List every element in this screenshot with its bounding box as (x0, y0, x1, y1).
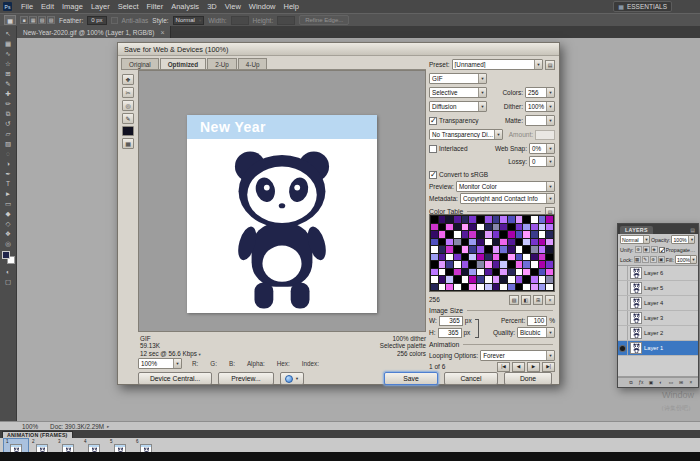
color-swatch[interactable] (531, 224, 538, 231)
color-swatch[interactable] (531, 231, 538, 238)
color-swatch[interactable] (439, 231, 446, 238)
color-swatch[interactable] (439, 216, 446, 223)
color-swatch[interactable] (439, 254, 446, 261)
color-swatch[interactable] (485, 254, 492, 261)
unify-visibility-icon[interactable]: ◉ (643, 246, 650, 253)
color-swatch[interactable] (477, 239, 484, 246)
color-swatch[interactable] (539, 246, 546, 253)
color-swatch[interactable] (516, 269, 523, 276)
color-swatch[interactable] (462, 284, 469, 291)
hand-tool[interactable]: ❖ (122, 74, 134, 85)
document-tab[interactable]: New-Year-2020.gif @ 100% (Layer 1, RGB/8… (17, 26, 171, 38)
style-select[interactable]: Normal▾ (173, 16, 205, 25)
color-swatch[interactable] (500, 261, 507, 268)
color-swatch[interactable] (431, 269, 438, 276)
color-swatch[interactable] (469, 216, 476, 223)
looping-select[interactable]: Forever▼ (480, 350, 555, 361)
color-swatch[interactable] (516, 224, 523, 231)
color-swatch[interactable] (523, 216, 530, 223)
dialog-titlebar[interactable]: Save for Web & Devices (100%) (118, 43, 559, 56)
type-tool[interactable]: T (2, 179, 15, 188)
color-swatch[interactable] (469, 261, 476, 268)
preview-tab[interactable]: Optimized (160, 58, 206, 69)
color-swatch[interactable] (462, 239, 469, 246)
color-swatch[interactable] (546, 231, 553, 238)
color-swatch[interactable] (500, 269, 507, 276)
lasso-tool[interactable]: ∿ (2, 49, 15, 58)
history-brush-tool[interactable]: ↺ (2, 119, 15, 128)
color-swatch[interactable] (469, 239, 476, 246)
color-swatch[interactable] (439, 224, 446, 231)
color-swatch[interactable] (508, 246, 515, 253)
browser-preview-select[interactable]: ▼ (280, 372, 304, 385)
preview-in-browser-button[interactable]: Preview... (218, 372, 274, 385)
color-swatch[interactable] (462, 269, 469, 276)
color-swatch[interactable] (439, 261, 446, 268)
color-swatch[interactable] (508, 216, 515, 223)
color-swatch[interactable] (500, 224, 507, 231)
color-swatch[interactable] (523, 246, 530, 253)
visibility-toggle[interactable] (618, 311, 628, 325)
color-swatch[interactable] (539, 261, 546, 268)
color-swatch[interactable] (477, 254, 484, 261)
eyedropper-tool[interactable]: ✎ (2, 79, 15, 88)
color-swatch[interactable] (508, 269, 515, 276)
metadata-select[interactable]: Copyright and Contact Info▼ (460, 193, 555, 204)
color-swatch[interactable] (477, 269, 484, 276)
color-swatch[interactable] (531, 284, 538, 291)
color-swatch[interactable] (462, 254, 469, 261)
color-swatch[interactable] (469, 231, 476, 238)
color-swatch[interactable] (431, 216, 438, 223)
amount-input[interactable] (535, 130, 555, 140)
color-swatch[interactable] (546, 224, 553, 231)
workspace-switcher[interactable]: ▦ ESSENTIALS (613, 1, 672, 12)
visibility-toggle[interactable] (618, 266, 628, 280)
brush-tool[interactable]: ✏ (2, 99, 15, 108)
gradient-tool[interactable]: ▨ (2, 139, 15, 148)
colors-select[interactable]: 256▼ (525, 87, 555, 98)
color-swatch[interactable] (516, 231, 523, 238)
width-input[interactable] (231, 16, 249, 25)
color-swatch[interactable] (523, 269, 530, 276)
color-swatch[interactable] (485, 246, 492, 253)
preview-tab[interactable]: 2-Up (207, 58, 237, 69)
panel-menu-icon[interactable]: ▤ (690, 227, 698, 234)
color-swatch[interactable] (431, 231, 438, 238)
color-swatch[interactable] (493, 231, 500, 238)
color-swatch[interactable] (485, 269, 492, 276)
height-input[interactable] (277, 16, 295, 25)
color-swatch[interactable] (469, 284, 476, 291)
color-swatch[interactable] (485, 231, 492, 238)
dither-method-select[interactable]: Diffusion▼ (429, 101, 487, 112)
color-swatch[interactable] (546, 269, 553, 276)
add-selection-icon[interactable]: ▦ (29, 16, 37, 24)
new-selection-icon[interactable]: ■ (20, 16, 28, 24)
color-swatch[interactable] (454, 246, 461, 253)
color-swatch[interactable] (439, 239, 446, 246)
color-swatch[interactable] (477, 261, 484, 268)
active-tool-icon[interactable]: ▦ (4, 15, 16, 25)
color-swatch[interactable] (477, 246, 484, 253)
color-swatch[interactable] (493, 239, 500, 246)
color-swatch[interactable] (493, 269, 500, 276)
transparency-checkbox[interactable] (429, 117, 437, 125)
menu-item[interactable]: Edit (37, 2, 58, 11)
menu-item[interactable]: Select (114, 2, 143, 11)
color-swatch[interactable] (431, 246, 438, 253)
delete-color-icon[interactable]: × (545, 295, 555, 305)
color-swatch[interactable] (531, 269, 538, 276)
color-swatch[interactable] (539, 239, 546, 246)
color-swatch[interactable] (516, 261, 523, 268)
color-swatch[interactable] (539, 231, 546, 238)
color-swatch[interactable] (500, 239, 507, 246)
eyedropper-tool[interactable]: ✎ (122, 113, 134, 124)
color-swatch[interactable] (477, 231, 484, 238)
menu-item[interactable]: Window (245, 2, 280, 11)
preview-tab[interactable]: 4-Up (238, 58, 268, 69)
menu-item[interactable]: Analysis (167, 2, 203, 11)
color-swatch[interactable] (462, 276, 469, 283)
lock-transparency-icon[interactable]: ▦ (634, 256, 641, 263)
eraser-tool[interactable]: ▱ (2, 129, 15, 138)
color-swatch[interactable] (546, 246, 553, 253)
visibility-toggle[interactable] (618, 281, 628, 295)
